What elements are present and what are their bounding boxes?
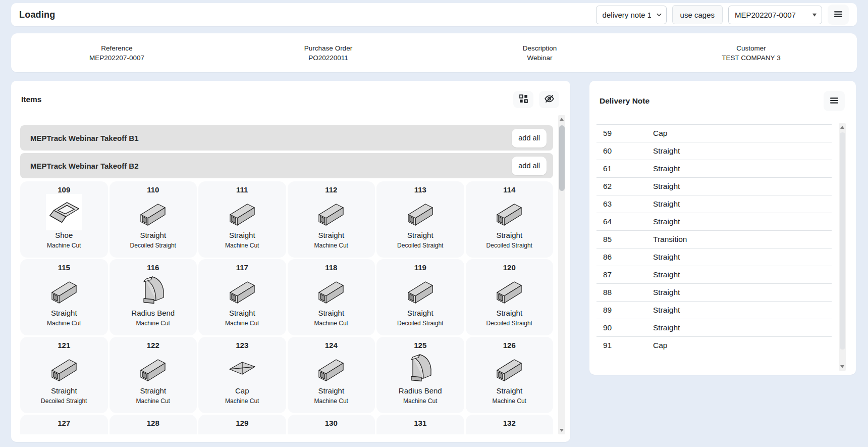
straight-duct-icon [198, 194, 286, 230]
item-card[interactable]: 109 Shoe Machine Cut [20, 181, 108, 258]
menu-button[interactable] [828, 5, 849, 25]
item-card[interactable]: 126 Straight Machine Cut [466, 337, 554, 413]
item-card[interactable]: 120 Straight Decoiled Straight [466, 259, 554, 335]
item-number: 122 [110, 341, 197, 350]
item-number: 111 [198, 185, 286, 194]
item-card[interactable]: 129 [198, 415, 286, 434]
takeoff-group-row[interactable]: MEPTrack Webinar Takeoff B2 add all [20, 153, 553, 178]
item-subtype: Decoiled Straight [20, 398, 108, 405]
hamburger-icon [834, 10, 843, 20]
item-card[interactable]: 116 Radius Bend Machine Cut [110, 259, 197, 335]
hide-items-button[interactable] [539, 91, 559, 108]
delivery-item-number: 60 [596, 146, 653, 156]
item-card[interactable]: 127 [20, 415, 108, 434]
delivery-note-select[interactable]: delivery note 1 [596, 6, 667, 24]
item-card[interactable]: 112 Straight Machine Cut [288, 181, 375, 258]
item-name: Straight [376, 309, 464, 317]
delivery-item-type: Straight [653, 323, 832, 332]
item-number: 110 [110, 185, 197, 194]
item-name: Straight [198, 309, 286, 317]
item-number: 113 [376, 185, 464, 194]
item-name: Straight [288, 231, 375, 239]
use-cages-button[interactable]: use cages [672, 5, 723, 24]
delivery-item-type: Straight [653, 200, 832, 209]
delivery-note-row[interactable]: 60 Straight [596, 142, 832, 160]
info-field: Description Webinar [434, 43, 645, 63]
item-number: 112 [288, 185, 375, 194]
item-number: 116 [110, 263, 197, 272]
item-card[interactable]: 122 Straight Machine Cut [110, 337, 197, 413]
delivery-note-row[interactable]: 64 Straight [596, 213, 832, 230]
item-card[interactable]: 115 Straight Machine Cut [20, 259, 108, 335]
radius-bend-duct-icon [110, 272, 197, 308]
delivery-note-row[interactable]: 91 Cap [596, 336, 832, 354]
straight-duct-icon [20, 272, 108, 308]
delivery-note-row[interactable]: 59 Cap [596, 124, 832, 142]
item-subtype: Machine Cut [198, 242, 286, 249]
takeoff-group-row[interactable]: MEPTrack Webinar Takeoff B1 add all [20, 125, 553, 151]
item-card[interactable]: 131 [376, 415, 464, 434]
delivery-note-row[interactable]: 90 Straight [596, 319, 832, 336]
delivery-note-row[interactable]: 89 Straight [596, 301, 832, 319]
scroll-up-arrow-icon[interactable] [840, 126, 844, 129]
shoe-duct-icon [20, 194, 108, 230]
reference-select[interactable]: MEP202207-0007 [728, 6, 822, 24]
item-number: 118 [288, 263, 375, 272]
delivery-note-row[interactable]: 61 Straight [596, 160, 832, 177]
item-subtype: Decoiled Straight [376, 242, 464, 249]
scrollbar-thumb[interactable] [840, 132, 845, 350]
scroll-down-arrow-icon[interactable] [840, 365, 844, 368]
item-card[interactable]: 123 Cap Machine Cut [198, 337, 286, 413]
item-subtype: Machine Cut [376, 398, 464, 405]
item-name: Straight [198, 231, 286, 239]
scroll-down-arrow-icon[interactable] [560, 429, 564, 432]
grid-view-button[interactable] [513, 91, 533, 108]
item-card[interactable]: 114 Straight Decoiled Straight [466, 181, 554, 258]
item-card[interactable]: 111 Straight Machine Cut [198, 181, 286, 258]
item-number: 130 [288, 419, 375, 427]
item-number: 120 [466, 263, 554, 272]
item-card[interactable]: 110 Straight Decoiled Straight [110, 181, 197, 258]
straight-duct-icon [466, 272, 554, 308]
delivery-menu-button[interactable] [824, 91, 845, 111]
info-value: Webinar [434, 53, 645, 63]
item-card[interactable]: 118 Straight Machine Cut [288, 259, 375, 335]
delivery-note-select-wrap: delivery note 1 [596, 6, 667, 24]
delivery-note-row[interactable]: 62 Straight [596, 177, 832, 195]
delivery-scrollbar[interactable] [839, 123, 846, 371]
delivery-item-type: Straight [653, 306, 832, 315]
item-card[interactable]: 121 Straight Decoiled Straight [20, 337, 108, 413]
scrollbar-thumb[interactable] [559, 125, 565, 191]
delivery-item-number: 86 [596, 253, 653, 262]
item-card[interactable]: 124 Straight Machine Cut [288, 337, 375, 413]
item-name: Radius Bend [110, 309, 197, 317]
item-card[interactable]: 132 [466, 415, 554, 434]
delivery-note-row[interactable]: 63 Straight [596, 195, 832, 213]
delivery-note-row[interactable]: 87 Straight [596, 266, 832, 283]
delivery-item-number: 64 [596, 217, 653, 226]
delivery-note-row[interactable]: 86 Straight [596, 248, 832, 266]
add-all-button[interactable]: add all [512, 129, 547, 147]
delivery-note-row[interactable]: 85 Transition [596, 230, 832, 248]
add-all-button[interactable]: add all [512, 157, 547, 175]
order-info-bar: Reference MEP202207-0007 Purchase Order … [11, 33, 857, 72]
item-card[interactable]: 125 Radius Bend Machine Cut [376, 337, 464, 413]
scroll-up-arrow-icon[interactable] [560, 118, 564, 121]
items-panel-header: Items [11, 81, 570, 108]
item-card[interactable]: 130 [288, 415, 375, 434]
straight-duct-icon [376, 272, 464, 308]
delivery-item-type: Straight [653, 270, 832, 279]
item-card[interactable]: 113 Straight Decoiled Straight [376, 181, 464, 258]
straight-duct-icon [466, 350, 554, 385]
item-card[interactable]: 117 Straight Machine Cut [198, 259, 286, 335]
takeoff-group-label: MEPTrack Webinar Takeoff B2 [30, 162, 139, 170]
delivery-item-number: 59 [596, 129, 653, 138]
item-card[interactable]: 119 Straight Decoiled Straight [376, 259, 464, 335]
takeoff-group-label: MEPTrack Webinar Takeoff B1 [30, 134, 139, 142]
delivery-item-type: Straight [653, 164, 832, 173]
item-subtype: Machine Cut [288, 398, 375, 405]
item-number: 115 [20, 263, 108, 272]
items-scrollbar[interactable] [558, 115, 565, 434]
item-card[interactable]: 128 [110, 415, 197, 434]
delivery-note-row[interactable]: 88 Straight [596, 283, 832, 301]
